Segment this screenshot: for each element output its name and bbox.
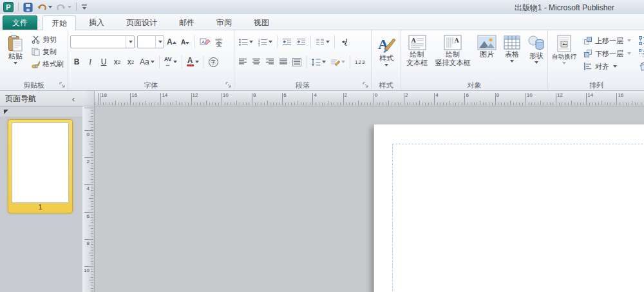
clear-formatting-button[interactable]: A <box>198 35 212 49</box>
send-backward-button[interactable]: 下移一层 <box>581 48 634 59</box>
redo-button-disabled[interactable] <box>55 1 73 13</box>
line-spacing-button[interactable] <box>309 55 328 69</box>
tab-插入[interactable]: 插入 <box>80 15 113 30</box>
collapse-panel-button[interactable]: ‹ <box>68 93 79 104</box>
customize-qat-button[interactable] <box>80 1 89 13</box>
superscript-button[interactable]: x2 <box>124 55 137 69</box>
align-objects-button[interactable]: 对齐 <box>581 61 634 72</box>
numbering-caret-icon <box>269 41 272 43</box>
special-characters-button[interactable] <box>337 35 350 49</box>
font-size-input[interactable] <box>138 37 155 47</box>
distribute-button[interactable] <box>290 55 303 69</box>
paragraph-dialog-launcher-icon[interactable] <box>363 82 370 89</box>
undo-button[interactable] <box>35 1 53 13</box>
vertical-ruler[interactable]: 0246810 <box>82 106 95 292</box>
tab-页面设计[interactable]: 页面设计 <box>117 15 166 30</box>
enclosed-characters-button[interactable]: 字 <box>207 55 220 69</box>
group-objects-button[interactable]: 组合 <box>636 35 644 46</box>
numbering-123-button[interactable]: 123 <box>353 55 367 69</box>
page-navigation-strip <box>0 107 82 117</box>
shrink-font-button[interactable]: A <box>179 35 192 49</box>
font-name-input[interactable] <box>71 37 126 47</box>
align-left-button[interactable] <box>236 55 249 69</box>
bring-forward-button[interactable]: 上移一层 <box>581 35 634 46</box>
publisher-app-icon[interactable]: P <box>2 1 15 13</box>
align-right-button[interactable] <box>263 55 276 69</box>
horizontal-ruler[interactable]: 181614121086420246810121416 <box>95 91 644 106</box>
change-case-caret-icon <box>151 61 155 63</box>
rotate-objects-button[interactable]: 旋转 <box>636 61 644 72</box>
clipboard-dialog-launcher-icon[interactable] <box>59 82 66 89</box>
character-spacing-button[interactable]: AV↔ <box>162 55 179 69</box>
picture-icon <box>477 35 497 50</box>
wrap-text-label: 自动换行 <box>552 52 576 61</box>
subscript-button[interactable]: x2 <box>111 55 124 69</box>
rotate-objects-icon <box>639 62 644 71</box>
group-paragraph: 123 <box>234 30 372 90</box>
italic-button[interactable]: I <box>84 55 97 69</box>
tab-file[interactable]: 文件 <box>3 15 37 30</box>
font-name-dropdown[interactable] <box>126 36 133 48</box>
page-thumbnail-1[interactable]: 1 <box>8 119 73 213</box>
font-size-dropdown[interactable] <box>155 36 163 48</box>
h-ruler-label: 4 <box>314 92 316 98</box>
tab-开始[interactable]: 开始 <box>43 15 76 30</box>
increase-indent-button[interactable] <box>294 35 308 49</box>
picture-label: 图片 <box>480 50 494 59</box>
undo-caret-icon[interactable] <box>48 6 52 8</box>
tab-视图[interactable]: 视图 <box>245 15 278 30</box>
change-case-button[interactable]: Aa <box>138 55 156 69</box>
bullets-icon <box>238 38 248 46</box>
thumbnails-collapse-arrow-icon[interactable] <box>4 110 8 114</box>
redo-caret-icon[interactable] <box>68 6 71 8</box>
line-spacing-icon <box>311 58 321 66</box>
tab-邮件[interactable]: 邮件 <box>170 15 204 30</box>
picture-button[interactable]: 图片 <box>475 32 499 79</box>
format-painter-button[interactable]: 格式刷 <box>29 58 66 70</box>
ungroup-objects-button[interactable]: 取消组合 <box>636 48 644 59</box>
styles-button[interactable]: A 样式 <box>374 32 399 79</box>
cut-button[interactable]: 剪切 <box>29 34 66 45</box>
styles-caret-icon <box>384 64 388 66</box>
wrap-text-button[interactable]: 自动换行 <box>550 32 578 79</box>
wrap-text-icon <box>557 35 571 52</box>
font-dialog-launcher-icon[interactable] <box>225 82 232 89</box>
cut-icon <box>32 35 40 44</box>
paste-button[interactable]: 粘贴 <box>2 32 29 79</box>
bold-button[interactable]: B <box>70 55 83 69</box>
numbering-button[interactable]: 123 <box>256 35 274 49</box>
publication-page[interactable] <box>374 124 644 292</box>
font-size-combo[interactable] <box>137 35 164 48</box>
save-icon[interactable] <box>22 1 34 13</box>
grow-font-button[interactable]: A <box>165 35 178 49</box>
table-button[interactable]: 表格 <box>500 32 524 79</box>
shapes-button[interactable]: 形状 <box>525 32 548 79</box>
copy-label: 复制 <box>43 47 57 57</box>
font-color-button[interactable]: A <box>185 55 201 69</box>
align-center-button[interactable] <box>250 55 263 69</box>
tab-审阅[interactable]: 审阅 <box>207 15 241 30</box>
decrease-indent-button[interactable] <box>280 35 294 49</box>
bullets-button[interactable] <box>236 35 255 49</box>
draw-vertical-textbox-button[interactable]: A 绘制 竖排文本框 <box>432 32 473 79</box>
draw-textbox-button[interactable]: A 绘制 文本框 <box>403 32 431 79</box>
svg-text:A: A <box>411 37 416 44</box>
format-painter-label: 格式刷 <box>43 59 64 69</box>
copy-button[interactable]: 复制 <box>29 46 66 57</box>
publication-canvas[interactable] <box>95 106 644 292</box>
font-color-icon: A <box>187 58 194 66</box>
font-name-combo[interactable] <box>70 35 135 48</box>
v-ruler-label: 4 <box>87 186 90 191</box>
phonetic-guide-button[interactable]: wén 变 <box>213 35 225 49</box>
svg-text:P: P <box>6 3 10 11</box>
paste-caret-icon[interactable] <box>14 62 17 64</box>
columns-caret-icon <box>326 41 330 43</box>
cut-label: 剪切 <box>43 35 57 44</box>
paragraph-format-button[interactable] <box>328 55 347 69</box>
underline-button[interactable]: U <box>97 55 110 69</box>
align-left-icon <box>238 58 247 66</box>
columns-button[interactable] <box>314 35 332 49</box>
justify-button[interactable] <box>277 55 290 69</box>
qat-separator <box>18 3 19 12</box>
group-font: A A A wén 变 B <box>68 30 234 90</box>
